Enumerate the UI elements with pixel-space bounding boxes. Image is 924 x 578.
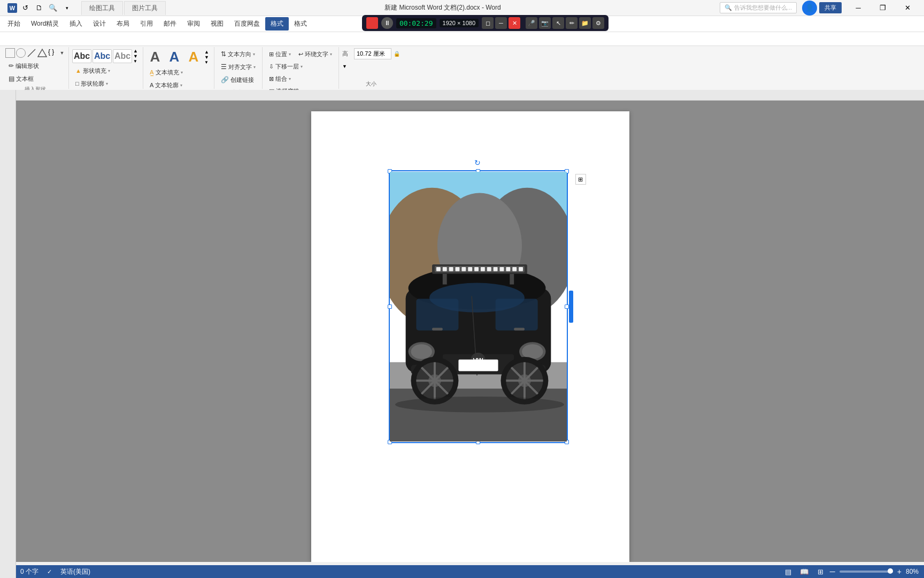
svg-rect-20 — [487, 267, 491, 271]
rec-tools: 🎤 📷 ↖ ✏ 📁 ⚙ — [526, 17, 604, 29]
rotate-handle[interactable]: ↻ — [474, 158, 482, 166]
size-label: 大小 — [342, 79, 400, 88]
front-back-button[interactable]: ⇩ 下移一层 ▾ — [266, 60, 306, 72]
shape-fill-button[interactable]: ▲ 形状填充 ▾ — [72, 65, 113, 77]
shape-style-2[interactable]: Abc — [93, 49, 112, 63]
menu-mailings[interactable]: 邮件 — [158, 17, 182, 31]
view-normal-button[interactable]: ▤ — [783, 567, 794, 577]
shape-outline-button[interactable]: □ 形状轮廓 ▾ — [72, 78, 111, 89]
svg-point-57 — [395, 397, 564, 413]
textbox-button[interactable]: ▤ 文本框 — [5, 73, 37, 85]
menu-review[interactable]: 审阅 — [182, 17, 205, 31]
view-reading-button[interactable]: 📖 — [798, 567, 811, 577]
menu-baidu[interactable]: 百度网盘 — [229, 17, 265, 31]
document-canvas: ↻ ⊞ — [0, 90, 924, 562]
rec-minimize-btn[interactable]: ─ — [495, 17, 507, 29]
rec-pause-button[interactable]: ⏸ — [381, 17, 393, 29]
share-button[interactable]: 共享 — [819, 2, 842, 13]
search-button[interactable]: 🔍 — [47, 2, 59, 14]
svg-rect-14 — [449, 267, 453, 271]
rec-folder-btn[interactable]: 📁 — [579, 17, 591, 29]
menu-view[interactable]: 视图 — [205, 17, 229, 31]
ribbon-group-art-text: A A A ▲ ▼ ▼ A̲ 文本填充 ▾ A 文本轮廓 ▾ — [143, 47, 214, 89]
proofing-icon[interactable]: ✓ — [47, 568, 52, 575]
zoom-slider[interactable] — [840, 571, 893, 573]
shape-triangle[interactable] — [37, 48, 47, 58]
outline-icon: □ — [75, 80, 79, 87]
shape-more-arrow[interactable]: ▼ — [59, 48, 65, 58]
svg-rect-16 — [461, 267, 466, 271]
rec-stop-button[interactable] — [366, 17, 378, 29]
file-button[interactable]: 🗋 — [33, 2, 45, 14]
size-height-row: 高 10.72 厘米 🔒 — [342, 48, 400, 59]
text-fill-button[interactable]: A̲ 文本填充 ▾ — [147, 66, 186, 78]
shape-oval[interactable] — [16, 48, 26, 58]
text-direction-button[interactable]: ⇅ 文本方向 ▾ — [218, 48, 258, 60]
menu-word-magic[interactable]: Word精灵 — [26, 17, 64, 31]
svg-rect-22 — [499, 267, 504, 271]
menu-insert[interactable]: 插入 — [64, 17, 88, 31]
edit-shape-button[interactable]: ✏ 编辑形状 — [5, 60, 42, 72]
shape-style-1[interactable]: Abc — [72, 49, 91, 63]
close-button[interactable]: ✕ — [895, 0, 920, 16]
zoom-in-button[interactable]: + — [897, 567, 902, 576]
autosave-button[interactable]: ↺ — [19, 2, 31, 14]
shape-style-3[interactable]: Abc — [113, 49, 132, 63]
textbox-row: ▤ 文本框 — [5, 73, 37, 85]
create-link-icon: 🔗 — [221, 76, 229, 83]
view-web-button[interactable]: ⊞ — [815, 567, 826, 577]
rec-camera-btn[interactable]: 📷 — [539, 17, 551, 29]
zoom-out-button[interactable]: ─ — [830, 567, 835, 576]
art-text-style-2[interactable]: A — [166, 48, 183, 65]
art-text-more[interactable]: ▲ ▼ ▼ — [204, 49, 211, 65]
rec-cursor-btn[interactable]: ↖ — [552, 17, 564, 29]
ribbon-tabs — [0, 32, 924, 46]
search-bar[interactable]: 🔍 告诉我您想要做什么... — [720, 2, 797, 13]
menu-format1[interactable]: 格式 — [265, 17, 289, 31]
group-button[interactable]: ⊠ 组合 ▾ — [266, 73, 294, 85]
layout-options-button[interactable]: ⊞ — [575, 174, 586, 185]
svg-rect-28 — [495, 299, 537, 330]
rec-restore-btn[interactable]: ◻ — [482, 17, 494, 29]
menu-references[interactable]: 引用 — [135, 17, 158, 31]
height-value[interactable]: 10.72 厘米 — [354, 48, 391, 59]
shape-brace-left[interactable]: { } — [48, 48, 58, 58]
wrap-text-button[interactable]: ↩ 环绕文字 ▾ — [295, 48, 335, 60]
restore-button[interactable]: ❐ — [871, 0, 895, 16]
fill-icon: ▲ — [75, 67, 81, 74]
rec-mic-btn[interactable]: 🎤 — [526, 17, 537, 29]
menu-layout[interactable]: 布局 — [111, 17, 135, 31]
user-avatar[interactable]: 👤 — [802, 1, 817, 16]
shape-row-1: { } ▼ — [5, 48, 65, 58]
zoom-thumb — [888, 568, 893, 574]
art-text-style-1[interactable]: A — [147, 48, 164, 65]
rec-settings-btn[interactable]: ⚙ — [592, 17, 604, 29]
shape-line[interactable] — [27, 48, 36, 58]
drawing-tools-label: 绘图工具 — [81, 1, 123, 15]
size-expand-row: ▼ — [342, 64, 347, 69]
text-align-button[interactable]: ☰ 对齐文字 ▾ — [218, 61, 259, 73]
menu-format2[interactable]: 格式 — [289, 17, 312, 31]
position-button[interactable]: ⊞ 位置 ▾ — [266, 48, 294, 60]
text-outline-button[interactable]: A 文本轮廓 ▾ — [147, 79, 186, 91]
ribbon-group-text: ⇅ 文本方向 ▾ ☰ 对齐文字 ▾ 🔗 创建链接 ↕ 文字方向 ▾ 文本 — [214, 47, 263, 89]
selected-image-container[interactable]: ↻ ⊞ — [389, 170, 568, 443]
shape-style-more[interactable]: ▲ ▼ ▼ — [133, 48, 140, 64]
rec-close-btn[interactable]: ✕ — [509, 17, 520, 29]
rec-annotation-btn[interactable]: ✏ — [566, 17, 578, 29]
shape-rectangle[interactable] — [5, 48, 15, 58]
ribbon-group-arrange: ⊞ 位置 ▾ ↩ 环绕文字 ▾ ⇩ 下移一层 ▾ ⊠ 组合 ▾ — [263, 47, 339, 89]
car-svg: VW — [390, 171, 567, 442]
menu-start[interactable]: 开始 — [2, 17, 26, 31]
status-bar-right: ▤ 📖 ⊞ ─ + 80% — [783, 567, 919, 577]
wrap-icon: ↩ — [298, 51, 303, 58]
customize-qat-button[interactable]: ▾ — [61, 2, 73, 14]
svg-rect-11 — [434, 266, 524, 272]
svg-rect-27 — [416, 299, 458, 330]
create-link-button[interactable]: 🔗 创建链接 — [218, 74, 257, 86]
svg-rect-59 — [510, 274, 514, 285]
size-expand-btn[interactable]: ▼ — [342, 64, 347, 69]
menu-design[interactable]: 设计 — [88, 17, 111, 31]
minimize-button[interactable]: ─ — [846, 0, 871, 16]
art-text-style-3[interactable]: A — [185, 48, 202, 65]
